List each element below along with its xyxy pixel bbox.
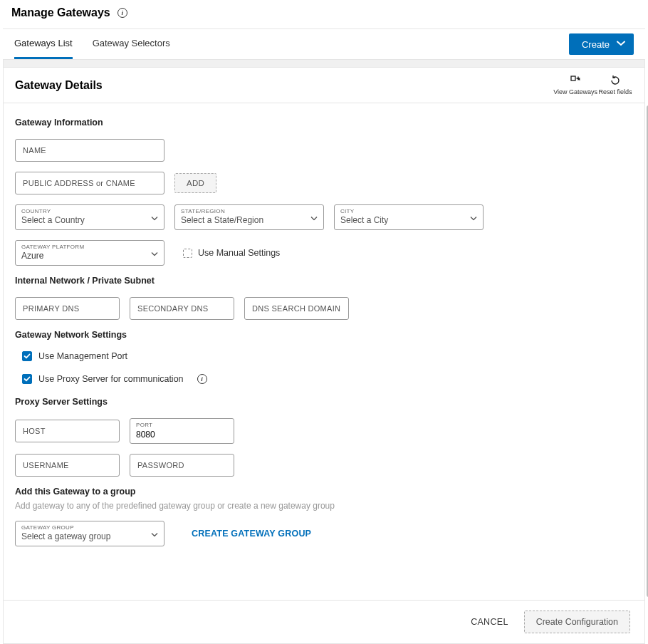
reset-icon xyxy=(610,75,621,86)
city-value: Select a City xyxy=(340,216,466,225)
section-proxy-settings: Proxy Server Settings xyxy=(15,397,633,407)
section-gateway-info: Gateway Information xyxy=(15,118,633,128)
use-management-port-label[interactable]: Use Management Port xyxy=(38,351,127,361)
scrollbar[interactable] xyxy=(645,105,648,606)
public-address-input[interactable] xyxy=(15,172,164,194)
details-header: Gateway Details View Gateways Reset fiel… xyxy=(3,67,645,103)
country-select[interactable]: COUNTRY Select a Country xyxy=(15,204,164,230)
city-label: CITY xyxy=(340,209,466,214)
use-management-port-checkbox[interactable] xyxy=(22,351,32,361)
use-proxy-server-checkbox[interactable] xyxy=(22,374,32,384)
name-input[interactable] xyxy=(15,139,164,162)
gateway-group-select[interactable]: GATEWAY GROUP Select a gateway group xyxy=(15,521,164,546)
reset-fields-action[interactable]: Reset fields xyxy=(597,75,633,95)
platform-select[interactable]: GATEWAY PLATFORM Azure xyxy=(15,240,164,266)
proxy-port-label: PORT xyxy=(136,422,228,428)
city-select[interactable]: CITY Select a City xyxy=(334,204,484,230)
info-icon[interactable]: i xyxy=(197,374,207,384)
view-gateways-label: View Gateways xyxy=(553,88,597,95)
chevron-down-icon xyxy=(151,212,158,223)
primary-dns-input[interactable] xyxy=(15,297,120,320)
create-button-label: Create xyxy=(582,39,610,50)
dns-search-domain-input[interactable] xyxy=(244,297,349,320)
svg-rect-0 xyxy=(571,76,575,80)
chevron-down-icon xyxy=(310,212,318,223)
cancel-button[interactable]: CANCEL xyxy=(471,617,508,627)
view-gateways-action[interactable]: View Gateways xyxy=(553,75,597,95)
proxy-password-input[interactable] xyxy=(130,454,234,477)
create-configuration-button[interactable]: Create Configuration xyxy=(524,611,630,633)
proxy-port-input[interactable] xyxy=(136,430,228,440)
view-gateways-icon xyxy=(570,75,581,86)
platform-label: GATEWAY PLATFORM xyxy=(21,244,147,250)
tab-gateways-list[interactable]: Gateways List xyxy=(14,29,73,59)
footer: CANCEL Create Configuration xyxy=(3,600,645,644)
section-internal-network: Internal Network / Private Subnet xyxy=(15,276,633,286)
create-gateway-group-link[interactable]: CREATE GATEWAY GROUP xyxy=(192,529,311,539)
section-add-group: Add this Gateway to a group xyxy=(15,487,633,497)
proxy-host-input[interactable] xyxy=(15,420,120,442)
create-button[interactable]: Create xyxy=(569,33,634,55)
state-select[interactable]: STATE/REGION Select a State/Region xyxy=(174,204,324,230)
gateway-group-label: GATEWAY GROUP xyxy=(21,525,147,531)
page-title: Manage Gateways xyxy=(11,6,110,19)
state-label: STATE/REGION xyxy=(181,209,306,214)
chevron-down-icon xyxy=(617,41,624,48)
chevron-down-icon xyxy=(470,212,477,223)
checkbox-unchecked-icon xyxy=(183,249,192,258)
gateway-group-value: Select a gateway group xyxy=(21,532,147,541)
tab-gateway-selectors[interactable]: Gateway Selectors xyxy=(93,29,170,59)
country-value: Select a Country xyxy=(21,216,147,225)
platform-value: Azure xyxy=(21,251,147,261)
manual-settings-label: Use Manual Settings xyxy=(198,248,280,258)
secondary-dns-input[interactable] xyxy=(130,297,234,320)
section-network-settings: Gateway Network Settings xyxy=(15,330,633,340)
state-value: Select a State/Region xyxy=(181,216,306,225)
use-proxy-server-label[interactable]: Use Proxy Server for communication xyxy=(38,374,184,384)
chevron-down-icon xyxy=(151,248,158,259)
proxy-username-input[interactable] xyxy=(15,454,120,477)
chevron-down-icon xyxy=(151,529,158,539)
country-label: COUNTRY xyxy=(21,209,147,214)
proxy-port-field[interactable]: PORT xyxy=(130,418,234,444)
details-title: Gateway Details xyxy=(15,79,103,92)
add-group-help-text: Add gateway to any of the predefined gat… xyxy=(15,501,633,511)
tab-bar: Gateways List Gateway Selectors Create xyxy=(3,28,645,60)
add-button[interactable]: ADD xyxy=(174,173,216,193)
reset-fields-label: Reset fields xyxy=(598,88,632,95)
info-icon[interactable]: i xyxy=(117,8,127,18)
use-manual-settings[interactable]: Use Manual Settings xyxy=(183,248,280,258)
